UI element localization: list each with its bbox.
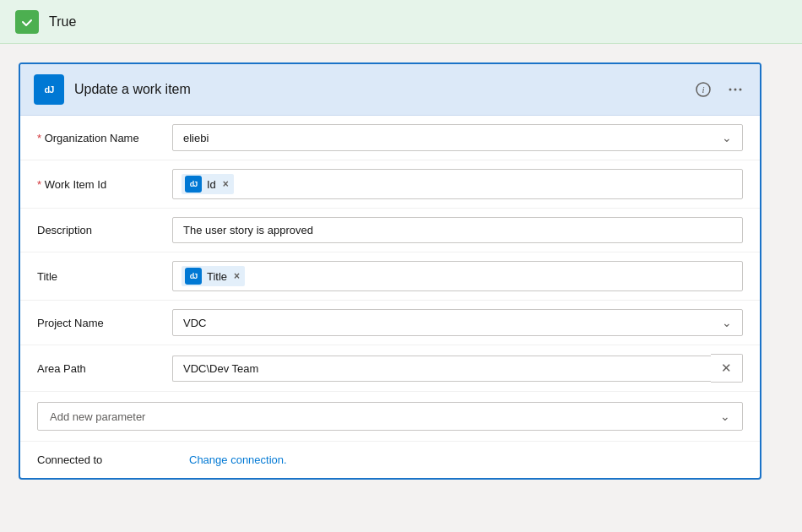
org-name-dropdown[interactable]: eliebi ⌄ xyxy=(172,124,743,151)
area-path-clear-button[interactable]: ✕ xyxy=(711,354,743,383)
info-button[interactable]: i xyxy=(692,79,714,100)
title-tag-close-icon[interactable]: × xyxy=(234,270,240,282)
more-options-button[interactable] xyxy=(724,79,746,100)
true-bar: True xyxy=(0,0,802,44)
add-param-label: Add new parameter xyxy=(50,410,145,423)
title-tag-ado-letters: dJ xyxy=(190,272,198,280)
work-item-id-tag: dJ Id × xyxy=(182,174,234,194)
true-label: True xyxy=(49,14,76,30)
app-icon: dJ xyxy=(34,74,64,105)
check-icon xyxy=(15,10,39,34)
project-name-value: VDC xyxy=(183,317,206,329)
svg-point-2 xyxy=(729,89,732,91)
project-name-label: Project Name xyxy=(37,317,172,329)
add-param-row: Add new parameter ⌄ xyxy=(20,392,760,442)
org-name-label: Organization Name xyxy=(37,132,172,144)
area-path-input-wrap: ✕ xyxy=(172,354,743,383)
title-tag-icon: dJ xyxy=(185,268,202,285)
description-control xyxy=(172,217,743,243)
card-body: Organization Name eliebi ⌄ Work Item Id … xyxy=(20,116,760,478)
org-name-value: eliebi xyxy=(183,132,209,144)
org-name-chevron-icon: ⌄ xyxy=(722,131,732,144)
change-connection-link[interactable]: Change connection. xyxy=(189,453,287,466)
work-item-id-tag-close-icon[interactable]: × xyxy=(223,178,229,190)
title-label: Title xyxy=(37,270,172,283)
project-name-dropdown[interactable]: VDC ⌄ xyxy=(172,309,743,336)
title-tag: dJ Title × xyxy=(182,266,245,286)
tag-ado-icon: dJ xyxy=(185,176,202,193)
svg-point-4 xyxy=(740,89,742,91)
area-path-control: ✕ xyxy=(172,354,743,383)
org-name-row: Organization Name eliebi ⌄ xyxy=(20,116,760,160)
title-control: dJ Title × xyxy=(172,261,743,291)
org-name-control: eliebi ⌄ xyxy=(172,124,743,151)
connected-to-label: Connected to xyxy=(37,453,172,466)
add-param-dropdown[interactable]: Add new parameter ⌄ xyxy=(37,402,743,431)
description-label: Description xyxy=(37,224,172,236)
area-path-label: Area Path xyxy=(37,362,172,375)
card-title: Update a work item xyxy=(74,82,682,97)
work-item-id-label: Work Item Id xyxy=(37,178,172,191)
card: dJ Update a work item i xyxy=(19,62,761,480)
work-item-id-control: dJ Id × xyxy=(172,169,743,199)
work-item-id-tag-label: Id xyxy=(207,178,216,191)
title-tag-label: Title xyxy=(207,270,227,283)
svg-text:i: i xyxy=(702,84,704,95)
work-item-id-tag-input[interactable]: dJ Id × xyxy=(172,169,743,199)
project-name-row: Project Name VDC ⌄ xyxy=(20,301,760,345)
title-tag-input[interactable]: dJ Title × xyxy=(172,261,743,291)
main-content: dJ Update a work item i xyxy=(0,44,802,532)
card-header: dJ Update a work item i xyxy=(20,64,760,116)
description-input[interactable] xyxy=(172,217,743,243)
work-item-id-row: Work Item Id dJ Id × xyxy=(20,160,760,209)
ado-letters: dJ xyxy=(45,84,54,95)
project-name-control: VDC ⌄ xyxy=(172,309,743,336)
description-row: Description xyxy=(20,209,760,252)
area-path-row: Area Path ✕ xyxy=(20,345,760,392)
area-path-input[interactable] xyxy=(172,356,711,382)
add-param-chevron-icon: ⌄ xyxy=(720,410,730,423)
title-row: Title dJ Title × xyxy=(20,252,760,301)
project-name-chevron-icon: ⌄ xyxy=(722,316,732,329)
footer-row: Connected to Change connection. xyxy=(20,442,760,478)
card-header-actions: i xyxy=(692,79,746,100)
svg-point-3 xyxy=(734,89,737,91)
tag-ado-letters: dJ xyxy=(190,180,198,188)
